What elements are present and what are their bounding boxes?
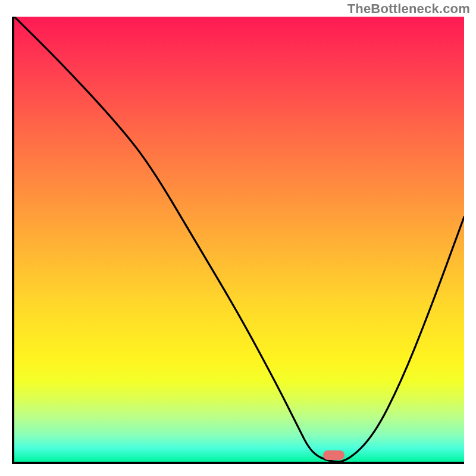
plot-area — [12, 17, 464, 464]
optimum-marker — [323, 450, 345, 460]
bottleneck-curve-svg — [14, 17, 464, 462]
watermark-label: TheBottleneck.com — [347, 1, 470, 17]
chart-container: TheBottleneck.com — [0, 0, 476, 476]
bottleneck-curve-path — [14, 17, 464, 462]
